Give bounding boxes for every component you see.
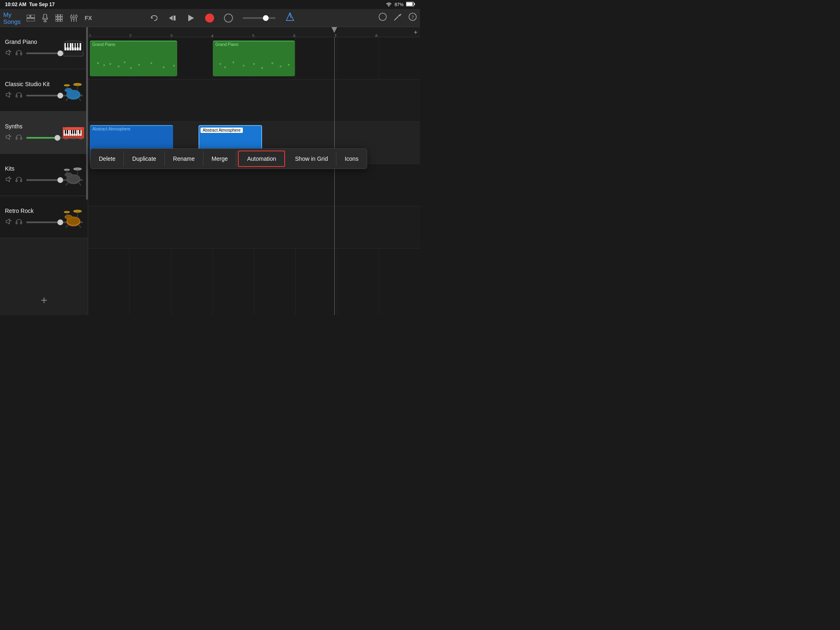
svg-rect-5 <box>31 15 35 18</box>
master-volume <box>243 17 276 19</box>
svg-rect-14 <box>58 17 60 19</box>
mute-icon[interactable] <box>5 218 11 226</box>
svg-point-0 <box>388 5 389 6</box>
rewind-button[interactable] <box>168 14 176 22</box>
svg-rect-79 <box>79 139 82 140</box>
track-row[interactable]: Grand Piano <box>0 27 88 69</box>
svg-rect-50 <box>66 43 67 48</box>
region-block[interactable]: Grand Piano <box>90 41 177 76</box>
ruler-mark-3: 3 <box>170 34 173 37</box>
track-row[interactable]: Classic Studio Kit <box>0 69 88 112</box>
track-row[interactable]: Synths <box>0 112 88 154</box>
region-notes <box>93 58 174 72</box>
mixer-icon[interactable] <box>68 14 79 23</box>
metronome-icon[interactable] <box>285 12 294 23</box>
ruler-mark-4: 4 <box>211 34 214 37</box>
context-menu-merge[interactable]: Merge <box>203 151 237 166</box>
svg-rect-4 <box>27 15 30 18</box>
playhead[interactable] <box>334 27 337 33</box>
play-button[interactable] <box>186 14 195 23</box>
region-label: Abstract Atmosphere <box>90 126 173 132</box>
add-track-button[interactable]: + <box>41 294 47 307</box>
track-lane-retro-rock <box>88 206 420 249</box>
svg-rect-52 <box>73 43 75 48</box>
mute-icon[interactable] <box>5 176 11 184</box>
svg-line-124 <box>66 225 68 228</box>
svg-rect-17 <box>58 20 60 22</box>
svg-rect-75 <box>21 137 22 139</box>
wifi-icon <box>386 2 392 7</box>
svg-marker-112 <box>6 219 9 224</box>
context-menu-delete[interactable]: Delete <box>91 151 124 166</box>
svg-rect-13 <box>55 17 57 19</box>
svg-rect-56 <box>80 55 82 57</box>
svg-point-31 <box>379 13 386 21</box>
mute-icon[interactable] <box>5 49 11 57</box>
sidebar-scrollbar[interactable] <box>86 27 88 200</box>
instrument-image <box>62 205 84 229</box>
svg-rect-53 <box>75 43 77 48</box>
count-in-button[interactable] <box>224 14 233 23</box>
track-lane-drums <box>88 80 420 122</box>
svg-rect-102 <box>21 180 22 182</box>
record-button[interactable] <box>205 14 214 23</box>
context-menu-icons[interactable]: Icons <box>336 151 366 166</box>
context-menu-rename[interactable]: Rename <box>165 151 203 166</box>
svg-rect-18 <box>61 20 63 22</box>
timeline-ruler[interactable]: 1 2 3 4 5 6 7 8 + <box>88 27 420 37</box>
svg-rect-115 <box>16 222 17 224</box>
svg-marker-98 <box>6 177 9 182</box>
track-row[interactable]: Kits <box>0 154 88 196</box>
toolbar-center <box>89 12 355 23</box>
settings-icon[interactable] <box>394 13 402 23</box>
svg-rect-116 <box>21 222 22 224</box>
mic-icon[interactable] <box>41 13 50 23</box>
mute-icon[interactable] <box>5 134 11 142</box>
svg-rect-94 <box>79 130 80 134</box>
mute-icon[interactable] <box>5 91 11 100</box>
svg-rect-12 <box>61 14 63 16</box>
svg-rect-96 <box>64 128 65 128</box>
undo-button[interactable] <box>150 14 158 22</box>
ruler-mark-2: 2 <box>129 34 132 37</box>
region-block[interactable]: Grand Piano <box>213 41 295 76</box>
ruler-mark-7: 7 <box>334 34 337 37</box>
track-row[interactable]: Retro Rock <box>0 196 88 238</box>
ruler-mark-1: 1 <box>89 34 91 37</box>
add-section-button[interactable]: + <box>414 29 418 36</box>
svg-rect-77 <box>71 137 76 139</box>
toolbar-right: ? <box>355 12 417 23</box>
svg-rect-95 <box>63 127 84 130</box>
svg-rect-2 <box>406 2 413 6</box>
status-bar: 10:02 AM Tue Sep 17 87% <box>0 0 420 9</box>
svg-rect-90 <box>67 130 68 134</box>
track-lane-grand-piano: Grand Piano Grand Piano <box>88 37 420 80</box>
context-menu-show-in-grid[interactable]: Show in Grid <box>287 151 336 166</box>
svg-rect-78 <box>64 139 68 140</box>
region-label-selected: Abstract Atmosphere <box>201 128 243 133</box>
svg-rect-3 <box>414 3 415 5</box>
grid-icon[interactable] <box>54 14 64 23</box>
svg-rect-39 <box>16 53 17 55</box>
layout-icon[interactable] <box>25 14 37 22</box>
headphone-icon[interactable] <box>16 91 22 100</box>
headphone-icon[interactable] <box>16 134 22 142</box>
headphone-icon[interactable] <box>16 49 22 57</box>
battery-icon <box>406 2 415 7</box>
svg-rect-40 <box>21 53 22 55</box>
context-menu: Delete Duplicate Rename Merge Automation… <box>90 148 367 169</box>
svg-marker-57 <box>6 92 9 97</box>
svg-point-119 <box>65 215 72 219</box>
context-menu-automation[interactable]: Automation <box>238 151 285 167</box>
master-volume-slider[interactable] <box>243 17 276 19</box>
headphone-icon[interactable] <box>16 176 22 184</box>
headphone-icon[interactable] <box>16 218 22 226</box>
sidebar: Grand Piano <box>0 27 88 315</box>
context-menu-duplicate[interactable]: Duplicate <box>124 151 164 166</box>
my-songs-button[interactable]: My Songs <box>3 11 21 25</box>
svg-point-97 <box>82 128 83 129</box>
help-icon[interactable]: ? <box>409 13 417 23</box>
loop-icon[interactable] <box>378 12 387 23</box>
ruler-mark-8: 8 <box>375 34 378 37</box>
instrument-image <box>62 120 84 145</box>
